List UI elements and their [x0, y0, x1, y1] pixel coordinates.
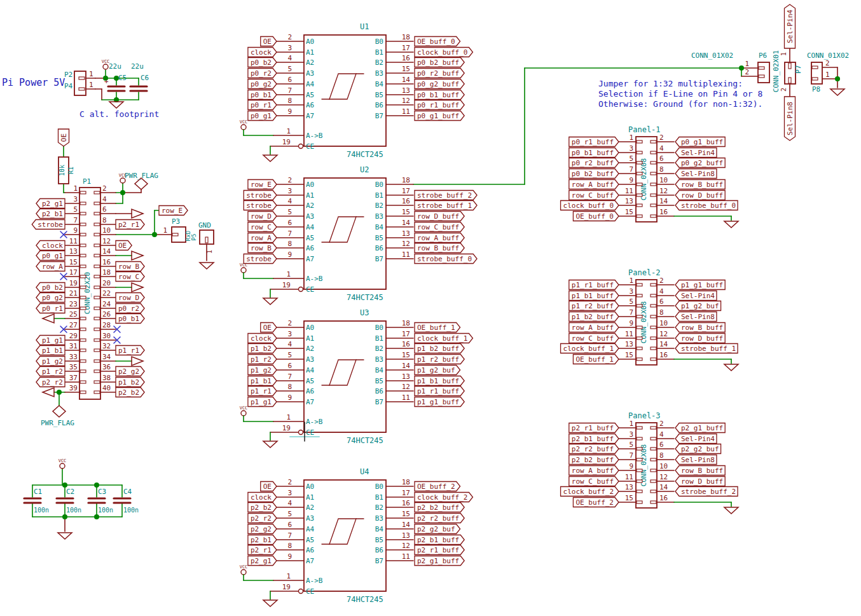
ic-U4[interactable]: [304, 480, 386, 591]
net-label-text: OE: [60, 133, 68, 142]
ref-U1: U1: [360, 22, 369, 31]
ground-icon: [132, 357, 143, 366]
pwr-flag-icon: [53, 406, 65, 417]
c-alt-footprint-note: C alt. footprint: [79, 109, 159, 119]
cap-polarity: +: [104, 78, 109, 86]
pin-name: A2: [306, 202, 314, 210]
pin-name: A0: [306, 324, 314, 332]
pin-number: 13: [402, 373, 410, 381]
pin-number: 11: [402, 394, 410, 402]
pin-name: A1: [306, 48, 314, 57]
ic-U3[interactable]: [304, 321, 386, 432]
pin-number: 12: [659, 473, 668, 481]
pin-pad: [637, 490, 642, 493]
pin-number: 13: [69, 247, 78, 256]
pin-name: A5: [306, 536, 314, 544]
net-label-text: p0_r2_buff: [417, 69, 459, 78]
pin-number: 3: [629, 430, 633, 439]
schematic-canvas: Pi Power 5VC alt. footprintP2P411VCC+22u…: [0, 0, 861, 616]
pin-number: 1: [286, 413, 291, 421]
value-U3: 74HCT245: [347, 436, 383, 445]
pin-number: 11: [625, 473, 633, 481]
pin-pad: [812, 66, 818, 69]
pin-number: 28: [102, 321, 111, 329]
pin-pad: [94, 223, 100, 226]
pin-name: B3: [375, 355, 383, 364]
pin-number: 16: [402, 54, 410, 62]
pin-number: 27: [69, 321, 78, 329]
net-label-text: clock: [251, 48, 272, 57]
net-label-text: clock_buff_1: [417, 334, 467, 343]
net-label-text: clock_buff_1: [563, 345, 614, 353]
pin-number: 1: [745, 60, 749, 68]
ground-icon: [724, 364, 738, 371]
net-label-text: p2_b1_buff: [417, 536, 459, 544]
pin-number: 3: [287, 187, 292, 195]
jumper-note-line: Jumper for 1:32 multiplexing:: [598, 79, 743, 88]
pin-pad: [94, 307, 100, 310]
pin-pad: [651, 501, 656, 503]
pin-number: 9: [73, 226, 78, 235]
pin-pad: [80, 254, 86, 257]
pin-number: 19: [69, 279, 78, 287]
ground-icon: [830, 89, 844, 95]
pin-number: 33: [69, 353, 78, 361]
pin-name: B5: [375, 91, 383, 99]
pin-number: 1: [89, 81, 93, 89]
net-label-text: p1_b2_buff: [417, 345, 459, 353]
ref-Panel-1: Panel-1: [628, 125, 661, 134]
value-c6: 22u: [131, 62, 144, 71]
pin-pad: [79, 77, 85, 79]
pin-number: 8: [287, 97, 292, 105]
pin-number: 39: [69, 384, 78, 392]
pin-pad: [651, 437, 656, 440]
ic-U2[interactable]: [304, 178, 386, 289]
net-label-text: row_D: [118, 294, 139, 302]
pin-number: 14: [659, 340, 668, 348]
net-label-text: row_C_buff: [572, 477, 614, 486]
pin-pad: [637, 215, 642, 217]
connector-p2-p4[interactable]: [74, 71, 86, 95]
pin-pad: [94, 391, 100, 394]
pin-number: 13: [402, 229, 410, 238]
pin-name: B5: [375, 234, 383, 242]
pin-number: 40: [102, 384, 111, 392]
pin-number: 31: [69, 342, 78, 350]
pin-number: 4: [287, 340, 292, 348]
net-label-text: strobe_buff_0: [681, 202, 736, 210]
pin-number: 15: [69, 258, 78, 266]
pin-number: 4: [659, 287, 664, 296]
pin-name: A3: [306, 514, 314, 523]
pin-name: A2: [306, 58, 314, 67]
pin-number: 30: [102, 332, 111, 340]
ground-icon: [263, 441, 277, 448]
net-label-text: p0_r1: [42, 305, 63, 313]
net-label-text: row_A: [42, 263, 63, 271]
net-label-text: p0_r1: [251, 101, 272, 109]
junction-dot: [835, 76, 840, 81]
connector-p8[interactable]: [811, 62, 822, 84]
ground-icon: [132, 251, 143, 260]
pin-pad: [759, 67, 764, 69]
net-label-text: p0_r2: [118, 305, 139, 313]
net-label-text: p0_g1_buff: [681, 138, 723, 146]
pin-name: B2: [375, 202, 383, 210]
pin-pad: [637, 204, 642, 207]
pin-pad: [172, 233, 178, 236]
pin-number: 3: [629, 287, 633, 296]
pin-pad: [80, 307, 86, 310]
ground-icon: [132, 209, 143, 218]
vcc-power-label: VCC: [240, 120, 248, 125]
ic-U1[interactable]: [304, 35, 386, 146]
pin-pad: [80, 202, 86, 205]
pin-pad: [651, 337, 656, 339]
pin-name: A4: [306, 223, 315, 231]
pin-number: 7: [73, 216, 78, 224]
pin-number: 13: [402, 531, 410, 540]
connector-p6[interactable]: [758, 62, 769, 83]
pin-pad: [637, 284, 642, 286]
pin-name: A5: [306, 234, 314, 242]
pin-name: CE: [306, 285, 314, 294]
pin-number: 2: [745, 68, 749, 76]
net-label-text: row_A_buff: [417, 234, 459, 242]
